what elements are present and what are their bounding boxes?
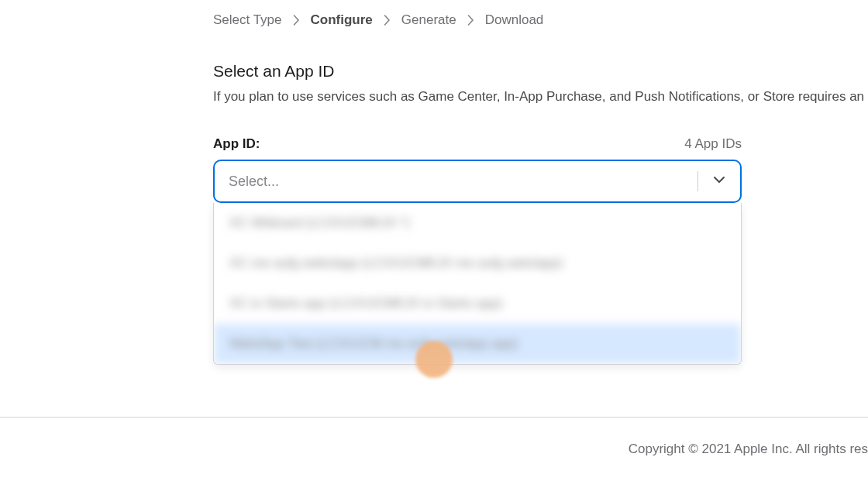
app-id-count: 4 App IDs bbox=[684, 136, 742, 152]
select-indicator bbox=[698, 171, 726, 191]
dropdown-option[interactable]: WelclApp Test (LCXXJCM me aufg welclapp … bbox=[214, 324, 741, 364]
field-row: App ID: 4 App IDs bbox=[213, 136, 742, 152]
section-title: Select an App ID bbox=[213, 62, 868, 81]
footer-copyright: Copyright © 2021 Apple Inc. All rights r… bbox=[629, 442, 868, 457]
section-description: If you plan to use services such as Game… bbox=[213, 87, 868, 107]
app-id-dropdown: XC Wildcard (LCXXJCMKJX *) XC me aufg we… bbox=[213, 203, 742, 365]
breadcrumb: Select Type Configure Generate Download bbox=[213, 12, 868, 28]
breadcrumb-step-download[interactable]: Download bbox=[485, 12, 544, 28]
chevron-right-icon bbox=[293, 15, 300, 26]
chevron-right-icon bbox=[384, 15, 391, 26]
dropdown-option[interactable]: XC io Starto app (LCXXJCMKJX io Starto a… bbox=[214, 284, 741, 324]
dropdown-option[interactable]: XC me aufg webclapp (LCXXJCMKJX me aufg … bbox=[214, 243, 741, 284]
footer-separator bbox=[0, 417, 868, 418]
breadcrumb-step-select-type[interactable]: Select Type bbox=[213, 12, 282, 28]
breadcrumb-step-generate[interactable]: Generate bbox=[401, 12, 456, 28]
dropdown-option[interactable]: XC Wildcard (LCXXJCMKJX *) bbox=[214, 203, 741, 243]
chevron-right-icon bbox=[467, 15, 474, 26]
breadcrumb-step-configure[interactable]: Configure bbox=[311, 12, 373, 28]
chevron-down-icon bbox=[712, 173, 726, 190]
app-id-label: App ID: bbox=[213, 136, 260, 152]
divider bbox=[698, 171, 698, 191]
app-id-select[interactable]: Select... bbox=[213, 160, 742, 203]
select-placeholder: Select... bbox=[229, 174, 279, 190]
